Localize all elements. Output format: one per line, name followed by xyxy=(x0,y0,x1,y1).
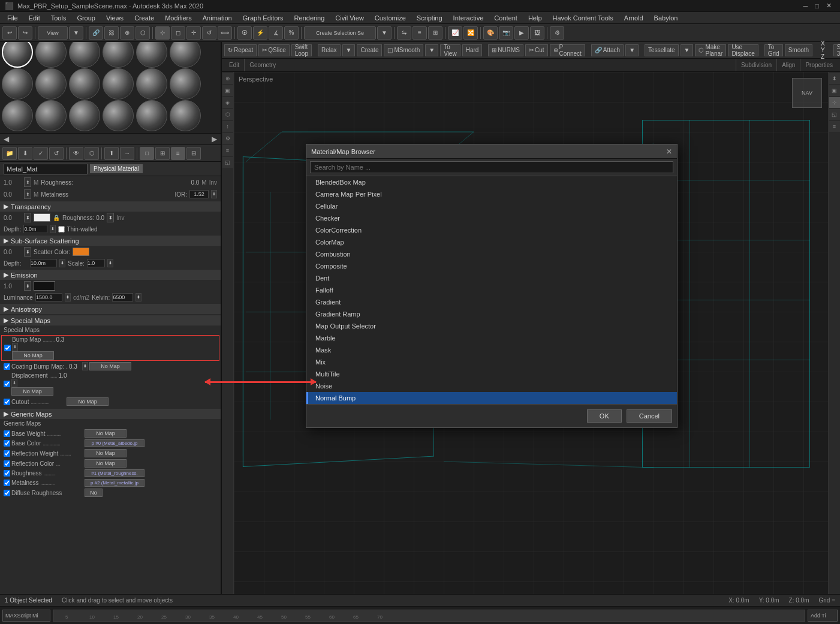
reflection-color-checkbox[interactable] xyxy=(4,460,10,467)
show-end-result-btn[interactable]: ⬡ xyxy=(85,147,99,160)
menu-customize[interactable]: Customize xyxy=(370,13,411,23)
mat-nav2-btn[interactable]: ⊞ xyxy=(155,147,170,160)
tess-dropdown[interactable]: ▼ xyxy=(681,44,694,56)
base-weight-checkbox[interactable] xyxy=(4,430,10,437)
coating-map-btn[interactable]: No Map xyxy=(89,362,131,370)
render-setup-btn[interactable]: 📷 xyxy=(499,26,513,40)
maximize-btn[interactable]: □ xyxy=(811,2,823,10)
map-item-marble[interactable]: Marble xyxy=(306,332,677,344)
render-btn[interactable]: ▶ xyxy=(514,26,529,40)
unlink-btn[interactable]: ⛓ xyxy=(104,26,119,40)
right-icon-5[interactable]: ≡ xyxy=(829,121,840,132)
left-icon-4[interactable]: ⬡ xyxy=(222,109,233,120)
menu-edit[interactable]: Edit xyxy=(24,13,45,23)
put-to-scene-btn[interactable]: ⬇ xyxy=(18,147,32,160)
render-frame-btn[interactable]: 🖼 xyxy=(530,26,544,40)
menu-rendering[interactable]: Rendering xyxy=(290,13,330,23)
smooth30-btn[interactable]: Smooth 30 xyxy=(833,44,840,56)
create-selection-btn[interactable]: Create Selection Se xyxy=(304,26,376,40)
attach-dropdown[interactable]: ▼ xyxy=(625,44,639,56)
assign-material-btn[interactable]: ✓ xyxy=(34,147,48,160)
base-color-map-btn[interactable]: p #0 (Metal_albedo.jp xyxy=(85,439,144,447)
redo-btn[interactable]: ↪ xyxy=(18,26,32,40)
base-weight-map-btn[interactable]: No Map xyxy=(85,429,127,438)
mat-nav1-btn[interactable]: □ xyxy=(140,147,154,160)
map-item-falloff[interactable]: Falloff xyxy=(306,284,677,296)
thin-walled-check[interactable]: Thin-walled xyxy=(58,226,97,233)
map-item-camera[interactable]: Camera Map Per Pixel xyxy=(306,188,677,200)
coating-bump-checkbox[interactable] xyxy=(4,363,10,370)
menu-scripting[interactable]: Scripting xyxy=(412,13,447,23)
menu-graph-editors[interactable]: Graph Editors xyxy=(238,13,288,23)
create-sel-dropdown[interactable]: ▼ xyxy=(377,26,392,40)
displacement-spinner[interactable]: ⬍ xyxy=(11,379,17,387)
show-map-btn[interactable]: 👁 xyxy=(69,147,83,160)
sss-depth-input[interactable] xyxy=(30,259,57,267)
map-item-cellular[interactable]: Cellular xyxy=(306,200,677,212)
luminance-input[interactable] xyxy=(35,293,62,302)
metalness-map-checkbox[interactable] xyxy=(4,480,10,486)
sss-scale-input[interactable] xyxy=(87,259,105,267)
use-displace-btn[interactable]: Use Displace xyxy=(728,44,758,56)
cutout-checkbox[interactable] xyxy=(4,399,10,405)
roughness-map-btn[interactable]: #1 (Metal_roughness. xyxy=(85,469,144,477)
left-icon-2[interactable]: ▣ xyxy=(222,85,233,96)
ior-spinner[interactable]: ⬍ xyxy=(211,190,217,198)
trans-spinner[interactable]: ⬍ xyxy=(24,213,31,222)
depth-input[interactable] xyxy=(23,225,47,233)
coord-center-btn[interactable]: ⦿ xyxy=(237,26,252,40)
sphere-17[interactable] xyxy=(136,100,167,131)
close-btn[interactable]: ✕ xyxy=(823,2,835,10)
map-item-mask[interactable]: Mask xyxy=(306,344,677,356)
cutout-map-btn[interactable]: No Map xyxy=(67,397,109,406)
map-item-composite[interactable]: Composite xyxy=(306,260,677,272)
add-time-btn[interactable]: Add Ti xyxy=(808,610,838,622)
map-item-combustion[interactable]: Combustion xyxy=(306,248,677,260)
map-item-dent[interactable]: Dent xyxy=(306,272,677,284)
msmooth-btn[interactable]: ◫MSmooth xyxy=(384,44,423,56)
mat-nav4-btn[interactable]: ⊟ xyxy=(186,147,201,160)
right-icon-2[interactable]: ▣ xyxy=(829,85,840,96)
mat-next-btn[interactable]: ▶ xyxy=(209,135,219,143)
qslice-btn[interactable]: ✂QSlice xyxy=(258,44,289,56)
trans-color-swatch[interactable] xyxy=(34,213,50,222)
link-btn[interactable]: 🔗 xyxy=(89,26,103,40)
roughness-spinner[interactable]: ⬍ xyxy=(24,177,31,187)
select-btn[interactable]: ⊹ xyxy=(155,26,170,40)
metalness-spinner[interactable]: ⬍ xyxy=(24,189,31,199)
menu-babylon[interactable]: Babylon xyxy=(649,13,683,23)
select-obj-btn[interactable]: View xyxy=(38,26,68,40)
menu-arnold[interactable]: Arnold xyxy=(619,13,648,23)
right-icon-1[interactable]: ⬍ xyxy=(829,73,840,84)
sphere-15[interactable] xyxy=(69,100,100,131)
menu-content[interactable]: Content xyxy=(489,13,522,23)
reflection-color-map-btn[interactable]: No Map xyxy=(85,459,127,468)
map-item-multitile[interactable]: MultiTile xyxy=(306,368,677,380)
menu-group[interactable]: Group xyxy=(72,13,100,23)
sss-expand-icon[interactable]: ▶ xyxy=(4,237,8,245)
map-item-normal-bump[interactable]: Normal Bump xyxy=(306,392,677,404)
align-btn[interactable]: ≡ xyxy=(413,26,427,40)
coating-spinner[interactable]: ⬍ xyxy=(82,362,88,370)
region-btn[interactable]: ◻ xyxy=(171,26,185,40)
schematic-view-btn[interactable]: 🔀 xyxy=(463,26,478,40)
sphere-16[interactable] xyxy=(103,100,134,131)
menu-modifiers[interactable]: Modifiers xyxy=(160,13,197,23)
menu-file[interactable]: File xyxy=(2,13,23,23)
emission-spinner[interactable]: ⬍ xyxy=(24,281,31,291)
map-item-noise[interactable]: Noise xyxy=(306,380,677,392)
scatter-color-swatch[interactable] xyxy=(73,248,89,256)
create-btn[interactable]: Create xyxy=(357,44,382,56)
mat-name-input[interactable] xyxy=(4,164,88,174)
ok-btn[interactable]: OK xyxy=(587,409,622,423)
bump-map-btn[interactable]: No Map xyxy=(12,351,54,360)
sss-depth-spinner[interactable]: ⬍ xyxy=(59,259,65,267)
undo-btn[interactable]: ↩ xyxy=(2,26,17,40)
sphere-12[interactable] xyxy=(170,68,201,100)
right-icon-3[interactable]: ⊹ xyxy=(829,97,840,108)
map-item-map-output[interactable]: Map Output Selector xyxy=(306,320,677,332)
to-grid-btn[interactable]: To Grid xyxy=(764,44,783,56)
sphere-8[interactable] xyxy=(35,68,67,100)
kelvin-spinner[interactable]: ⬍ xyxy=(136,293,141,302)
menu-create[interactable]: Create xyxy=(130,13,159,23)
